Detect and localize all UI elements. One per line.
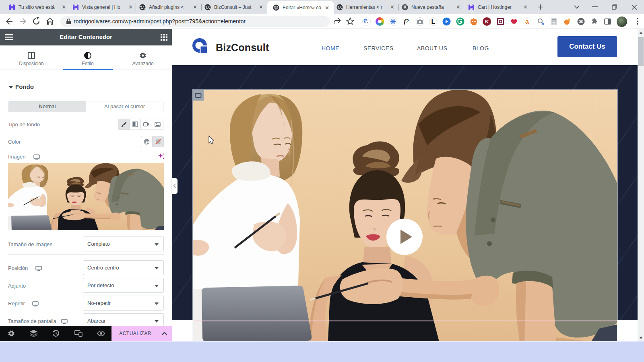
svg-text:A: A xyxy=(366,21,368,24)
